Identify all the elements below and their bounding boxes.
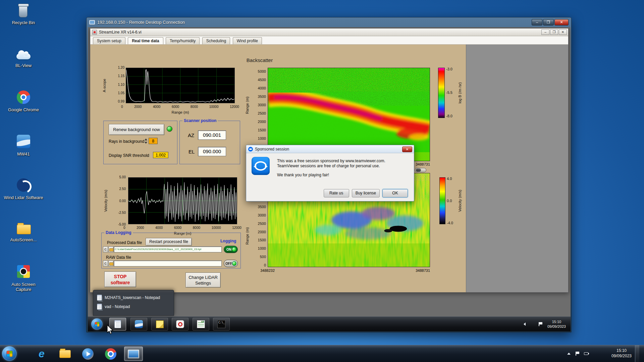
raw-file-path-input[interactable] xyxy=(114,260,222,266)
start-button[interactable] xyxy=(2,346,17,361)
tab-wind-profile[interactable]: Wind profile xyxy=(233,37,262,44)
remote-taskbar-xr-button[interactable] xyxy=(193,318,209,330)
desktop-icon-recycle-bin[interactable]: Recycle Bin xyxy=(3,3,44,25)
show-hidden-icons-arrow[interactable] xyxy=(524,322,526,326)
network-icon[interactable] xyxy=(593,352,597,356)
folder-icon xyxy=(15,221,32,237)
show-hidden-icons-arrow[interactable] xyxy=(567,353,571,355)
close-button[interactable]: ✕ xyxy=(554,19,569,25)
processed-logging-toggle[interactable]: ON xyxy=(224,246,238,253)
remote-clock-time: 15:10 xyxy=(547,319,566,324)
data-logging-group: Data Logging Processed Data file Restart… xyxy=(101,233,241,268)
drive-letter-box[interactable]: C xyxy=(103,246,108,252)
change-label-line1: Change LiDAR xyxy=(186,275,220,280)
minimize-button[interactable]: – xyxy=(541,29,549,35)
toggle-knob xyxy=(232,247,236,252)
tick: 6000 xyxy=(172,105,179,109)
buy-license-button[interactable]: Buy license xyxy=(352,189,380,197)
media-player-icon xyxy=(82,348,94,360)
tick: 1.20 xyxy=(118,66,124,69)
desktop-icon-bl-view[interactable]: BL-View xyxy=(3,46,44,68)
tab-system-setup[interactable]: System setup xyxy=(93,37,125,44)
battery-icon[interactable] xyxy=(584,352,589,356)
taskbar-ie-button[interactable]: e xyxy=(32,347,51,361)
renew-background-button[interactable]: Renew background now xyxy=(109,124,164,135)
action-center-flag-icon[interactable] xyxy=(575,352,580,356)
taskbar-media-player-button[interactable] xyxy=(78,347,97,361)
streamline-title-bar[interactable]: StreamLine XR v14-6.vi – ❐ ✕ xyxy=(90,28,568,36)
rays-value-field[interactable]: 8 xyxy=(149,138,158,144)
show-desktop-button[interactable] xyxy=(635,345,639,362)
desktop-icon-auto-screen-capture[interactable]: Auto Screen Capture xyxy=(3,263,44,292)
tab-real-time-data[interactable]: Real time data xyxy=(128,37,163,44)
scanner-position-title: Scanner position xyxy=(182,118,218,123)
vplot-y-axis-label: Range (m) xyxy=(245,227,249,245)
blue-app-icon xyxy=(135,320,143,328)
minimize-button[interactable]: – xyxy=(532,19,542,25)
processed-file-path-input[interactable]: C:\Lidar\Data\Proc\2023\202309\20230909\… xyxy=(114,246,222,252)
tick: 1.15 xyxy=(118,74,124,78)
remote-taskbar-notes-button[interactable] xyxy=(151,318,168,330)
remote-taskbar-halo-button[interactable] xyxy=(172,318,189,330)
az-value-field[interactable]: 090.001 xyxy=(198,130,226,140)
vscope-plot xyxy=(128,177,237,224)
taskbar-rdp-button[interactable] xyxy=(124,347,143,361)
tick: -4.0 xyxy=(447,221,453,225)
jump-list-item[interactable]: M2HATS_towerscan - Notepad xyxy=(95,293,172,302)
close-button[interactable]: ✕ xyxy=(559,29,567,35)
desktop-icon-label: BL-View xyxy=(3,63,44,68)
tab-temp-humidity[interactable]: Temp/humidity xyxy=(166,37,200,44)
raw-logging-toggle[interactable]: OFF xyxy=(224,260,238,267)
chrome-icon xyxy=(15,90,32,107)
scale-toggle[interactable] xyxy=(415,168,426,172)
jump-list-item[interactable]: vad - Notepad xyxy=(95,302,172,311)
close-icon[interactable]: ✕ xyxy=(402,146,412,152)
rays-spinner[interactable] xyxy=(144,138,148,144)
velocity-colorbar xyxy=(439,177,445,224)
stop-software-button[interactable]: STOP software xyxy=(104,272,136,287)
desktop-icon-google-chrome[interactable]: Google Chrome xyxy=(3,89,44,113)
desktop-icon-wind-lidar[interactable]: Wind Lidar Software xyxy=(3,177,44,200)
restore-button[interactable]: ❐ xyxy=(550,29,558,35)
tick: 8000 xyxy=(193,226,200,230)
browse-folder-icon[interactable] xyxy=(108,246,113,252)
browse-folder-icon[interactable] xyxy=(108,260,113,266)
rdp-title-bar[interactable]: 192.168.0.150 - Remote Desktop Connectio… xyxy=(87,17,571,27)
snr-value-field[interactable]: 1.002 xyxy=(153,152,168,158)
toggle-label: OFF xyxy=(225,262,232,265)
remote-start-button[interactable] xyxy=(91,318,103,330)
change-lidar-settings-button[interactable]: Change LiDAR Settings xyxy=(185,273,221,288)
taskbar-chrome-button[interactable] xyxy=(101,347,120,361)
speaker-icon[interactable] xyxy=(530,322,534,326)
remote-taskbar-cmd-button[interactable] xyxy=(213,318,230,330)
desktop-icon-label: Google Chrome xyxy=(3,108,44,113)
rate-us-button[interactable]: Rate us xyxy=(324,189,349,197)
dialog-title-bar[interactable]: Sponsored session xyxy=(246,145,414,153)
ascope-x-axis-label: Range (m) xyxy=(126,110,235,114)
tick: 10000 xyxy=(209,105,219,109)
scanner-position-group: Scanner position AZ 090.001 EL 090.000 xyxy=(179,121,240,164)
taskbar-explorer-button[interactable] xyxy=(56,347,74,361)
tab-scheduling[interactable]: Scheduling xyxy=(202,37,230,44)
internet-explorer-icon: e xyxy=(39,348,45,360)
processed-file-label: Processed Data file xyxy=(107,240,142,245)
logging-label: Logging xyxy=(220,239,236,243)
flag-icon[interactable] xyxy=(538,322,543,326)
remote-taskbar-blue-app-button[interactable] xyxy=(130,318,147,330)
tick: 4.0 xyxy=(447,177,453,181)
host-clock[interactable]: 15:10 09/09/2023 xyxy=(611,348,632,359)
desktop-icon-mw41[interactable]: MW41 xyxy=(3,133,44,157)
remote-clock[interactable]: 15:10 09/09/2023 xyxy=(547,319,566,329)
ok-button[interactable]: OK xyxy=(382,189,408,197)
speaker-icon[interactable] xyxy=(601,352,606,356)
desktop-icon-autoscreen[interactable]: AutoScreen... xyxy=(3,221,44,243)
restart-processed-file-button[interactable]: Restart processed file xyxy=(146,238,192,246)
restore-button[interactable]: ❐ xyxy=(543,19,554,25)
tick: 4500 xyxy=(258,78,266,82)
drive-letter-box[interactable]: C xyxy=(103,260,108,266)
background-controls-group: Renew background now Rays in background … xyxy=(103,121,177,164)
stop-label-line1: STOP xyxy=(105,274,136,280)
dialog-buttons: Rate us Buy license OK xyxy=(321,189,408,197)
tick: 2000 xyxy=(258,230,266,234)
el-value-field[interactable]: 090.000 xyxy=(198,147,226,156)
